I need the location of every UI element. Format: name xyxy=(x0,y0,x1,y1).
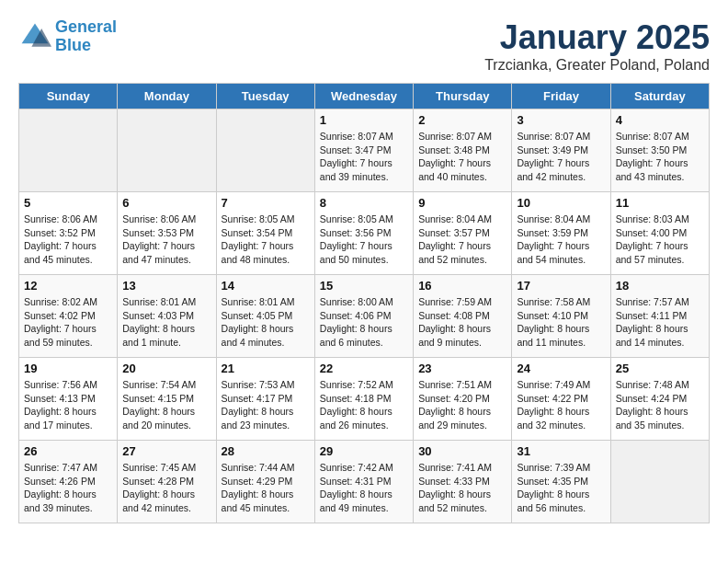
day-number: 29 xyxy=(320,444,408,458)
day-number: 19 xyxy=(24,362,112,375)
day-info: Sunrise: 7:53 AMSunset: 4:17 PMDaylight:… xyxy=(222,378,310,432)
day-info: Sunrise: 8:04 AMSunset: 3:57 PMDaylight:… xyxy=(418,213,506,267)
calendar-cell: 29Sunrise: 7:42 AMSunset: 4:31 PMDayligh… xyxy=(314,441,413,523)
calendar-cell xyxy=(19,109,118,192)
calendar-cell: 14Sunrise: 8:01 AMSunset: 4:05 PMDayligh… xyxy=(216,275,314,358)
day-info: Sunrise: 7:54 AMSunset: 4:15 PMDaylight:… xyxy=(122,378,210,432)
day-number: 6 xyxy=(122,196,210,210)
calendar-cell xyxy=(610,441,709,523)
logo-text: General Blue xyxy=(55,18,117,55)
day-number: 12 xyxy=(24,279,112,293)
day-number: 10 xyxy=(517,196,605,210)
day-number: 2 xyxy=(418,113,506,127)
weekday-header-friday: Friday xyxy=(512,84,610,109)
day-number: 7 xyxy=(222,196,310,210)
calendar-cell: 6Sunrise: 8:06 AMSunset: 3:53 PMDaylight… xyxy=(118,192,216,275)
calendar-title: January 2025 xyxy=(484,18,710,57)
day-number: 13 xyxy=(122,279,210,293)
day-info: Sunrise: 8:05 AMSunset: 3:54 PMDaylight:… xyxy=(222,213,310,267)
day-info: Sunrise: 7:56 AMSunset: 4:13 PMDaylight:… xyxy=(24,378,112,432)
weekday-header-thursday: Thursday xyxy=(414,84,512,109)
calendar-cell: 8Sunrise: 8:05 AMSunset: 3:56 PMDaylight… xyxy=(314,192,413,275)
day-number: 22 xyxy=(320,362,408,375)
weekday-header-sunday: Sunday xyxy=(19,84,118,109)
day-number: 3 xyxy=(517,113,605,127)
calendar-cell: 21Sunrise: 7:53 AMSunset: 4:17 PMDayligh… xyxy=(216,358,314,441)
day-info: Sunrise: 7:52 AMSunset: 4:18 PMDaylight:… xyxy=(320,378,408,432)
calendar-cell: 3Sunrise: 8:07 AMSunset: 3:49 PMDaylight… xyxy=(512,109,610,192)
day-info: Sunrise: 8:01 AMSunset: 4:03 PMDaylight:… xyxy=(122,295,210,350)
day-info: Sunrise: 8:00 AMSunset: 4:06 PMDaylight:… xyxy=(320,295,408,350)
calendar-cell: 23Sunrise: 7:51 AMSunset: 4:20 PMDayligh… xyxy=(414,358,512,441)
calendar-cell: 25Sunrise: 7:48 AMSunset: 4:24 PMDayligh… xyxy=(610,358,709,441)
calendar-cell: 15Sunrise: 8:00 AMSunset: 4:06 PMDayligh… xyxy=(314,275,413,358)
calendar-cell: 20Sunrise: 7:54 AMSunset: 4:15 PMDayligh… xyxy=(118,358,216,441)
day-number: 21 xyxy=(222,362,310,375)
day-info: Sunrise: 8:01 AMSunset: 4:05 PMDaylight:… xyxy=(222,295,310,350)
calendar-cell: 5Sunrise: 8:06 AMSunset: 3:52 PMDaylight… xyxy=(19,192,118,275)
calendar-cell: 16Sunrise: 7:59 AMSunset: 4:08 PMDayligh… xyxy=(414,275,512,358)
logo-blue: Blue xyxy=(55,36,91,54)
day-info: Sunrise: 8:05 AMSunset: 3:56 PMDaylight:… xyxy=(320,213,408,267)
calendar-week-row: 12Sunrise: 8:02 AMSunset: 4:02 PMDayligh… xyxy=(19,275,710,358)
day-number: 15 xyxy=(320,279,408,293)
day-number: 18 xyxy=(616,279,704,293)
day-number: 17 xyxy=(517,279,605,293)
calendar-cell: 7Sunrise: 8:05 AMSunset: 3:54 PMDaylight… xyxy=(216,192,314,275)
title-area: January 2025 Trzcianka, Greater Poland, … xyxy=(484,18,710,74)
weekday-header-wednesday: Wednesday xyxy=(314,84,413,109)
day-info: Sunrise: 7:49 AMSunset: 4:22 PMDaylight:… xyxy=(517,378,605,432)
day-info: Sunrise: 7:39 AMSunset: 4:35 PMDaylight:… xyxy=(517,461,605,515)
day-number: 20 xyxy=(122,362,210,375)
day-number: 26 xyxy=(24,444,112,458)
calendar-cell: 11Sunrise: 8:03 AMSunset: 4:00 PMDayligh… xyxy=(610,192,709,275)
day-info: Sunrise: 7:59 AMSunset: 4:08 PMDaylight:… xyxy=(418,295,506,350)
calendar-cell: 13Sunrise: 8:01 AMSunset: 4:03 PMDayligh… xyxy=(118,275,216,358)
day-info: Sunrise: 8:06 AMSunset: 3:52 PMDaylight:… xyxy=(24,213,112,267)
calendar-week-row: 19Sunrise: 7:56 AMSunset: 4:13 PMDayligh… xyxy=(19,358,710,441)
day-number: 1 xyxy=(320,113,408,127)
day-number: 28 xyxy=(222,444,310,458)
day-info: Sunrise: 7:45 AMSunset: 4:28 PMDaylight:… xyxy=(122,461,210,515)
day-info: Sunrise: 8:04 AMSunset: 3:59 PMDaylight:… xyxy=(517,213,605,267)
calendar-cell: 27Sunrise: 7:45 AMSunset: 4:28 PMDayligh… xyxy=(118,441,216,523)
day-info: Sunrise: 8:07 AMSunset: 3:48 PMDaylight:… xyxy=(418,130,506,184)
calendar-week-row: 5Sunrise: 8:06 AMSunset: 3:52 PMDaylight… xyxy=(19,192,710,275)
day-info: Sunrise: 8:02 AMSunset: 4:02 PMDaylight:… xyxy=(24,295,112,350)
calendar-cell: 12Sunrise: 8:02 AMSunset: 4:02 PMDayligh… xyxy=(19,275,118,358)
day-number: 4 xyxy=(616,113,704,127)
day-number: 25 xyxy=(616,362,704,375)
calendar-cell: 1Sunrise: 8:07 AMSunset: 3:47 PMDaylight… xyxy=(314,109,413,192)
day-number: 31 xyxy=(517,444,605,458)
calendar-cell: 18Sunrise: 7:57 AMSunset: 4:11 PMDayligh… xyxy=(610,275,709,358)
day-info: Sunrise: 7:42 AMSunset: 4:31 PMDaylight:… xyxy=(320,461,408,515)
calendar-cell: 9Sunrise: 8:04 AMSunset: 3:57 PMDaylight… xyxy=(414,192,512,275)
day-info: Sunrise: 7:41 AMSunset: 4:33 PMDaylight:… xyxy=(418,461,506,515)
day-info: Sunrise: 7:48 AMSunset: 4:24 PMDaylight:… xyxy=(616,378,704,432)
day-info: Sunrise: 8:07 AMSunset: 3:47 PMDaylight:… xyxy=(320,130,408,184)
day-number: 24 xyxy=(517,362,605,375)
day-info: Sunrise: 7:58 AMSunset: 4:10 PMDaylight:… xyxy=(517,295,605,350)
calendar-cell: 4Sunrise: 8:07 AMSunset: 3:50 PMDaylight… xyxy=(610,109,709,192)
calendar-cell: 28Sunrise: 7:44 AMSunset: 4:29 PMDayligh… xyxy=(216,441,314,523)
day-number: 11 xyxy=(616,196,704,210)
weekday-header-row: SundayMondayTuesdayWednesdayThursdayFrid… xyxy=(19,84,710,109)
calendar-cell: 10Sunrise: 8:04 AMSunset: 3:59 PMDayligh… xyxy=(512,192,610,275)
calendar-cell: 30Sunrise: 7:41 AMSunset: 4:33 PMDayligh… xyxy=(414,441,512,523)
header: General Blue January 2025 Trzcianka, Gre… xyxy=(18,18,710,74)
weekday-header-saturday: Saturday xyxy=(610,84,709,109)
day-info: Sunrise: 8:07 AMSunset: 3:49 PMDaylight:… xyxy=(517,130,605,184)
day-info: Sunrise: 7:44 AMSunset: 4:29 PMDaylight:… xyxy=(222,461,310,515)
calendar-week-row: 26Sunrise: 7:47 AMSunset: 4:26 PMDayligh… xyxy=(19,441,710,523)
day-number: 30 xyxy=(418,444,506,458)
calendar-table: SundayMondayTuesdayWednesdayThursdayFrid… xyxy=(18,83,710,523)
calendar-cell: 24Sunrise: 7:49 AMSunset: 4:22 PMDayligh… xyxy=(512,358,610,441)
calendar-subtitle: Trzcianka, Greater Poland, Poland xyxy=(484,57,710,74)
logo: General Blue xyxy=(18,18,117,55)
calendar-week-row: 1Sunrise: 8:07 AMSunset: 3:47 PMDaylight… xyxy=(19,109,710,192)
day-info: Sunrise: 7:47 AMSunset: 4:26 PMDaylight:… xyxy=(24,461,112,515)
day-number: 5 xyxy=(24,196,112,210)
day-info: Sunrise: 8:07 AMSunset: 3:50 PMDaylight:… xyxy=(616,130,704,184)
day-number: 27 xyxy=(122,444,210,458)
day-number: 16 xyxy=(418,279,506,293)
